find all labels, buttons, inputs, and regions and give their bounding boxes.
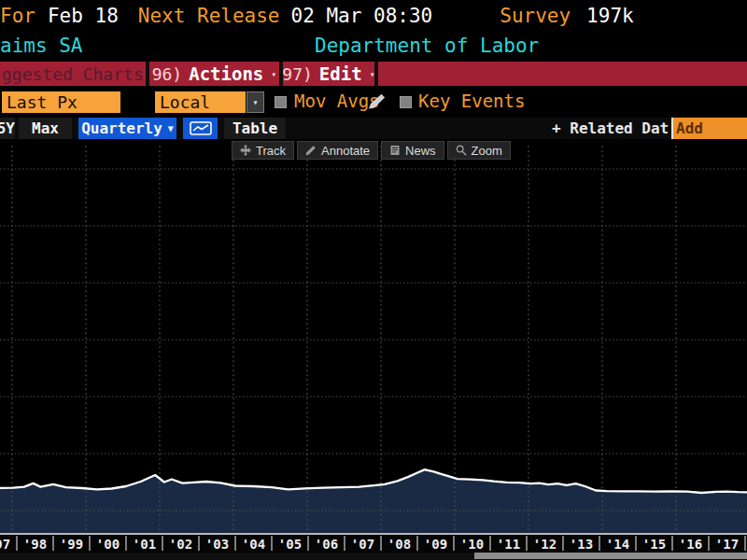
key-events-label: Key Events	[418, 91, 525, 111]
caret-down-icon: ▾	[271, 69, 276, 79]
series-area-fill	[0, 469, 747, 534]
ccy-dropdown-button[interactable]: ▾	[247, 91, 264, 113]
key-events-checkbox[interactable]	[400, 96, 412, 108]
header-row-security: aims SA Department of Labor	[0, 32, 747, 60]
data-source: Department of Labor	[315, 35, 539, 57]
suggested-charts-label: ggested Charts	[0, 64, 144, 84]
actions-number: 96)	[152, 64, 183, 84]
mov-avgs-checkbox[interactable]	[275, 96, 287, 108]
tab-table[interactable]: Table	[224, 118, 286, 139]
x-axis-label: '14	[606, 537, 629, 552]
news-icon	[389, 145, 401, 156]
x-axis-label: '06	[315, 537, 338, 552]
related-data-button[interactable]: + Related Dat	[552, 118, 669, 139]
horizontal-scrollbar-thumb[interactable]	[474, 553, 747, 559]
x-axis-label: '00	[96, 537, 120, 552]
tab-5y[interactable]: 5Y	[0, 118, 15, 139]
track-move-icon	[240, 145, 251, 156]
local-ccy-field[interactable]: Local CCY	[155, 91, 246, 113]
field-bar: Last Px Local CCY ▾ Mov Avgs Key Events	[0, 88, 747, 117]
x-axis-label: '98	[23, 537, 47, 552]
tab-table-label: Table	[233, 119, 277, 137]
track-button[interactable]: Track	[232, 141, 294, 160]
annotate-label: Annotate	[321, 144, 370, 158]
mov-avgs-label: Mov Avgs	[294, 91, 380, 111]
x-axis-label: '08	[388, 537, 411, 552]
x-axis-label: '15	[642, 537, 666, 552]
news-button[interactable]: News	[381, 141, 444, 160]
caret-down-icon: ▾	[252, 97, 258, 107]
x-axis-label: '12	[533, 537, 557, 552]
menu-bar-filler	[378, 62, 747, 86]
add-data-field[interactable]: Add Data	[671, 118, 747, 139]
x-axis-label: '01	[133, 537, 156, 552]
last-px-field[interactable]: Last Px	[2, 91, 120, 113]
x-axis-label: '11	[497, 537, 520, 552]
chart-toolbar: Track Annotate News Zoom	[232, 141, 511, 160]
x-axis-label: '09	[424, 537, 447, 552]
menu-bar: ggested Charts 96) Actions ▾ 97) Edit ▾	[0, 62, 747, 86]
release-for-label: For	[0, 5, 35, 27]
track-label: Track	[256, 144, 286, 158]
x-axis-label: '13	[570, 537, 593, 552]
next-release-time: 02 Mar 08:30	[291, 5, 433, 27]
x-axis-label: '02	[169, 537, 192, 552]
x-axis-label: '04	[242, 537, 265, 552]
tab-max[interactable]: Max	[19, 118, 72, 139]
next-release-label: Next Release	[138, 5, 280, 27]
x-axis-label: '07	[351, 537, 374, 552]
x-axis-label: '16	[679, 537, 702, 552]
actions-button[interactable]: 96) Actions ▾	[149, 62, 279, 86]
edit-pencil-icon[interactable]	[368, 93, 387, 110]
related-data-label: + Related Dat	[552, 119, 669, 137]
caret-down-icon: ▾	[370, 69, 374, 79]
release-date: Feb 18	[48, 5, 119, 27]
security-name: aims SA	[0, 35, 83, 57]
annotate-button[interactable]: Annotate	[297, 141, 378, 160]
tab-bar: 5Y Max Quarterly ▼ Table + Related Dat A…	[0, 118, 747, 139]
tab-quarterly-label: Quarterly	[81, 119, 162, 137]
x-axis-label: '05	[278, 537, 302, 552]
header-row-release: For Feb 18 Next Release 02 Mar 08:30 Sur…	[0, 2, 747, 30]
news-label: News	[405, 144, 436, 158]
edit-label: Edit	[319, 63, 362, 84]
tab-quarterly[interactable]: Quarterly ▼	[78, 118, 176, 139]
zoom-button[interactable]: Zoom	[447, 141, 511, 160]
x-axis-label: '99	[60, 537, 83, 552]
edit-number: 97)	[283, 64, 313, 84]
x-axis-label: '97	[0, 537, 10, 552]
edit-button[interactable]: 97) Edit ▾	[283, 62, 374, 86]
tab-max-label: Max	[32, 119, 59, 137]
pencil-icon	[305, 145, 317, 156]
x-axis-label: '03	[205, 537, 229, 552]
tab-chart-type[interactable]	[183, 118, 218, 139]
zoom-label: Zoom	[472, 144, 502, 158]
x-axis-label: '10	[460, 537, 484, 552]
suggested-charts-button[interactable]: ggested Charts	[0, 62, 146, 86]
x-axis-label: '17	[715, 537, 739, 552]
tab-5y-label: 5Y	[0, 119, 15, 137]
chart-plot[interactable]: '97'98'99'00'01'02'03'04'05'06'07'08'09'…	[0, 140, 747, 560]
caret-down-icon: ▼	[168, 123, 174, 133]
terminal-screen: For Feb 18 Next Release 02 Mar 08:30 Sur…	[0, 0, 747, 560]
survey-value: 197k	[586, 5, 634, 27]
magnifier-icon	[456, 145, 467, 156]
chart-line-icon	[190, 121, 212, 135]
actions-label: Actions	[189, 63, 263, 84]
survey-label: Survey	[500, 5, 571, 27]
